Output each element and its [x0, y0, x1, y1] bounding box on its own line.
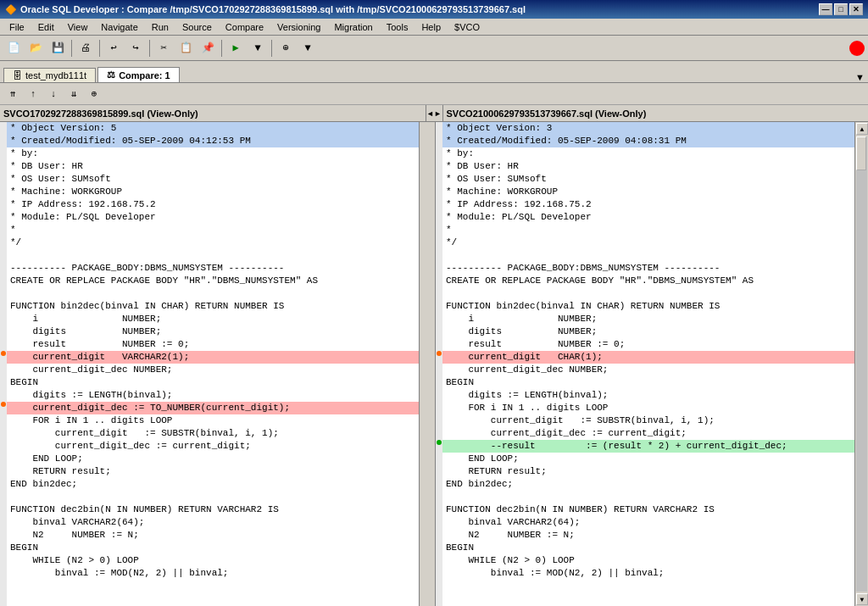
- line-content: current_digit_dec := current_digit;: [7, 440, 254, 453]
- code-line: digits NUMBER;: [7, 325, 419, 338]
- compare-area: * Object Version: 5* Created/Modified: 0…: [0, 122, 868, 606]
- scrollbar-thumb[interactable]: [856, 136, 866, 170]
- line-content: FOR i IN 1 .. digits LOOP: [7, 414, 175, 427]
- redo-button[interactable]: ↪: [125, 38, 146, 58]
- commit-button[interactable]: ⊕: [275, 38, 296, 58]
- nav-refresh-button[interactable]: ⊕: [85, 86, 103, 103]
- line-content: FUNCTION dec2bin(N IN NUMBER) RETURN VAR…: [442, 503, 718, 516]
- nav-last-button[interactable]: ⇊: [64, 86, 83, 103]
- commit-dropdown[interactable]: ▼: [298, 38, 318, 58]
- tab-overflow-button[interactable]: ▼: [855, 72, 865, 82]
- code-line: * IP Address: 192.168.75.2: [442, 198, 854, 211]
- right-code-panel[interactable]: * Object Version: 3* Created/Modified: 0…: [442, 122, 854, 606]
- code-line: * Machine: WORKGROUP: [7, 186, 419, 198]
- right-scrollbar[interactable]: ▲ ▼: [854, 122, 868, 606]
- run-dropdown[interactable]: ▼: [248, 38, 268, 58]
- left-filename: SVCO1702927288369815899.sql (View-Only): [3, 108, 198, 119]
- menu-item-view[interactable]: View: [62, 20, 94, 34]
- center-arrows: ◄►: [426, 105, 443, 121]
- line-content: i NUMBER;: [442, 313, 600, 325]
- code-line: binval := MOD(N2, 2) || binval;: [442, 567, 854, 580]
- code-line: *: [442, 224, 854, 236]
- line-content: binval := MOD(N2, 2) || binval;: [442, 567, 667, 580]
- code-line: * Machine: WORKGROUP: [442, 186, 854, 198]
- line-content: [442, 249, 449, 262]
- line-content: * Created/Modified: 05-SEP-2009 04:08:31…: [442, 135, 690, 147]
- line-content: WHILE (N2 > 0) LOOP: [442, 554, 578, 567]
- line-content: *: [442, 224, 455, 236]
- menu-item-help[interactable]: Help: [415, 20, 447, 34]
- code-line: ---------- PACKAGE_BODY:DBMS_NUMSYSTEM -…: [7, 262, 419, 275]
- nav-next-button[interactable]: ↓: [44, 86, 63, 103]
- code-line: FUNCTION bin2dec(binval IN CHAR) RETURN …: [442, 300, 854, 313]
- code-line: * Module: PL/SQL Developer: [7, 211, 419, 224]
- maximize-button[interactable]: □: [834, 3, 848, 15]
- line-content: * OS User: SUMsoft: [7, 173, 114, 186]
- menu-item-tools[interactable]: Tools: [381, 20, 415, 34]
- code-line: result NUMBER := 0;: [442, 338, 854, 351]
- open-button[interactable]: 📂: [25, 38, 46, 58]
- code-line: current_digit_dec NUMBER;: [442, 364, 854, 376]
- code-line: binval VARCHAR2(64);: [442, 516, 854, 529]
- menu-item-compare[interactable]: Compare: [220, 20, 270, 34]
- code-line: current_digit CHAR(1);: [442, 351, 854, 364]
- line-content: FUNCTION bin2dec(binval IN CHAR) RETURN …: [7, 300, 287, 313]
- run-button[interactable]: ▶: [225, 38, 246, 58]
- code-line: END LOOP;: [7, 453, 419, 465]
- menu-item-$vco[interactable]: $VCO: [448, 20, 486, 34]
- code-area: * Object Version: 5* Created/Modified: 0…: [0, 122, 868, 606]
- tab-compare-icon: ⚖: [107, 69, 115, 81]
- undo-button[interactable]: ↩: [103, 38, 124, 58]
- line-content: CREATE OR REPLACE PACKAGE BODY "HR"."DBM…: [7, 275, 321, 287]
- scrollbar-up-arrow[interactable]: ▲: [856, 123, 868, 135]
- right-file-header: SVCO21000629793513739667.sql (View-Only): [443, 105, 869, 121]
- line-content: N2 NUMBER := N;: [442, 529, 578, 542]
- code-line: END bin2dec;: [7, 478, 419, 491]
- left-code-panel[interactable]: * Object Version: 5* Created/Modified: 0…: [7, 122, 419, 606]
- nav-first-button[interactable]: ⇈: [3, 86, 22, 103]
- code-line: END bin2dec;: [442, 478, 854, 491]
- menu-item-edit[interactable]: Edit: [32, 20, 60, 34]
- tab-db-icon: 🗄: [13, 70, 22, 81]
- menu-item-migration[interactable]: Migration: [328, 20, 378, 34]
- line-content: digits := LENGTH(binval);: [7, 389, 175, 402]
- close-button[interactable]: ✕: [849, 3, 863, 15]
- tab-test-mydb[interactable]: 🗄 test_mydb111t: [3, 68, 96, 82]
- line-content: RETURN result;: [442, 465, 550, 478]
- line-content: *: [7, 224, 19, 236]
- line-content: binval VARCHAR2(64);: [442, 516, 583, 529]
- center-arrows-icon: ◄►: [426, 109, 442, 118]
- code-line: * Module: PL/SQL Developer: [442, 211, 854, 224]
- code-line: * Object Version: 3: [442, 122, 854, 135]
- menu-item-versioning[interactable]: Versioning: [271, 20, 326, 34]
- menu-item-navigate[interactable]: Navigate: [95, 20, 143, 34]
- line-content: result NUMBER := 0;: [7, 338, 192, 351]
- code-line: N2 NUMBER := N;: [442, 529, 854, 542]
- toolbar-right: [849, 41, 865, 56]
- code-line: [7, 287, 419, 300]
- line-content: current_digit VARCHAR2(1);: [7, 351, 192, 364]
- line-content: BEGIN: [7, 376, 42, 389]
- line-content: [7, 249, 14, 262]
- copy-button[interactable]: 📋: [175, 38, 196, 58]
- scrollbar-down-arrow[interactable]: ▼: [856, 593, 868, 605]
- print-button[interactable]: 🖨: [75, 38, 96, 58]
- center-gutter: [419, 122, 436, 606]
- minimize-button[interactable]: —: [819, 3, 832, 15]
- code-line: CREATE OR REPLACE PACKAGE BODY "HR"."DBM…: [7, 275, 419, 287]
- code-line: i NUMBER;: [7, 313, 419, 325]
- toolbar-separator-2: [99, 40, 100, 57]
- paste-button[interactable]: 📌: [198, 38, 218, 58]
- cut-button[interactable]: ✂: [153, 38, 174, 58]
- menu-item-run[interactable]: Run: [146, 20, 175, 34]
- tab-compare[interactable]: ⚖ Compare: 1: [97, 67, 180, 82]
- menu-item-source[interactable]: Source: [176, 20, 218, 34]
- line-content: * by:: [7, 147, 42, 160]
- save-button[interactable]: 💾: [47, 38, 68, 58]
- nav-prev-button[interactable]: ↑: [24, 86, 42, 103]
- right-change-gutter: [436, 122, 442, 606]
- new-button[interactable]: 📄: [3, 38, 24, 58]
- menu-item-file[interactable]: File: [3, 20, 31, 34]
- toolbar-separator-5: [271, 40, 272, 57]
- code-line: ---------- PACKAGE_BODY:DBMS_NUMSYSTEM -…: [442, 262, 854, 275]
